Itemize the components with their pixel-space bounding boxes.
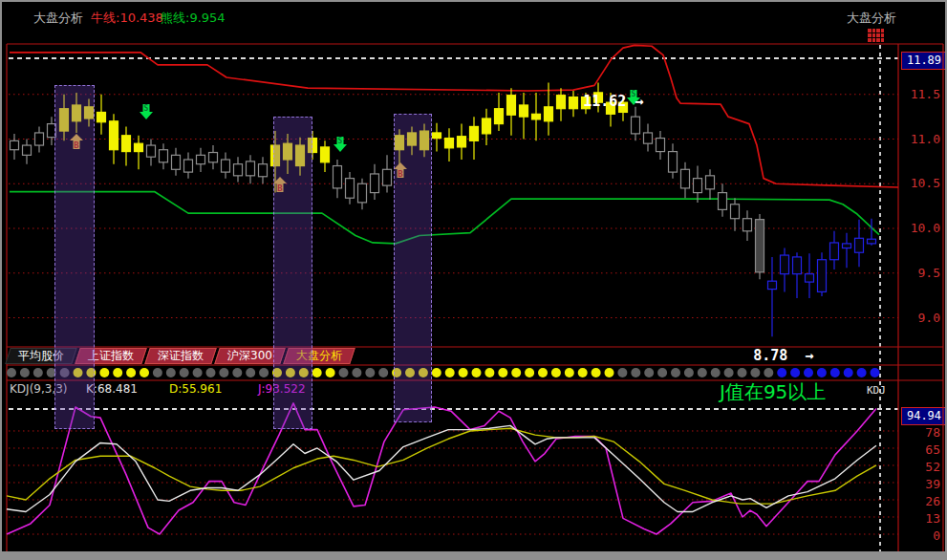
tab-label: 沪深300 <box>227 349 272 363</box>
signal-band <box>54 85 95 429</box>
signal-band <box>394 114 432 422</box>
tab-label: 深证指数 <box>158 349 204 363</box>
chart-canvas: BBBSSS <box>2 2 947 560</box>
right-arrow-icon: → <box>635 93 643 110</box>
stock-analysis-window: 大盘分析 牛线:10.438 熊线:9.954 大盘分析 BBBSSS 11.5… <box>0 0 947 560</box>
kdj-signal-note: J值在95以上 <box>720 379 826 405</box>
grid-view-icon[interactable] <box>868 29 884 42</box>
svg-text:S: S <box>144 104 149 113</box>
kdj-pane-label: KDJ <box>867 384 886 397</box>
low-price-annotation: 8.78 → <box>719 330 813 381</box>
high-price-annotation: 11.62 → <box>549 75 643 127</box>
signal-band <box>273 117 312 429</box>
tab-label: 上证指数 <box>88 349 134 363</box>
right-arrow-icon: → <box>805 347 813 364</box>
tab-深证指数[interactable]: 深证指数 <box>144 348 217 364</box>
kdj-d-value: D:55.961 <box>169 382 222 396</box>
svg-text:S: S <box>338 137 343 145</box>
